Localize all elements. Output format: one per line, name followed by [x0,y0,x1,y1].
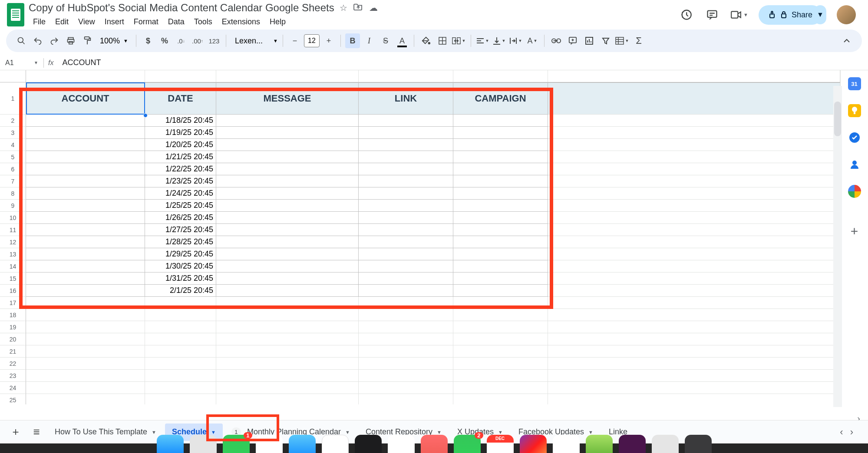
menu-tools[interactable]: Tools [190,16,217,28]
cell-date[interactable]: 1/26/25 20:45 [145,212,216,224]
cell[interactable] [216,115,359,127]
row-header[interactable]: 17 [0,297,26,309]
bold-button[interactable]: B [345,33,360,48]
sheets-logo[interactable] [7,3,24,26]
calendar-addon-icon[interactable]: 31 [848,77,861,90]
cell[interactable] [359,394,453,404]
cell-date[interactable]: 1/19/25 20:45 [145,127,216,139]
cell[interactable] [26,115,145,127]
cell[interactable] [26,236,145,248]
text-rotation-button[interactable]: A▼ [525,33,540,48]
dock-app-instagram[interactable] [520,435,547,453]
col-header-c[interactable]: C [216,70,359,82]
cell[interactable] [216,139,359,151]
cell-date[interactable]: 1/27/25 20:45 [145,224,216,236]
menu-help[interactable]: Help [265,16,290,28]
cell[interactable] [26,200,145,212]
cell[interactable] [216,236,359,248]
cell-date[interactable]: 1/31/25 20:45 [145,272,216,285]
keep-addon-icon[interactable] [848,104,861,117]
cell[interactable] [453,333,548,345]
insert-comment-button[interactable] [565,33,580,48]
row-header[interactable]: 24 [0,382,26,394]
dock-app-notes[interactable] [322,435,349,453]
dock-app-finder[interactable] [157,435,184,453]
cell[interactable] [453,127,548,139]
comments-icon[interactable] [704,7,720,23]
italic-button[interactable]: I [362,33,376,48]
tab-scroll-right[interactable]: › [850,427,853,438]
vertical-align-button[interactable]: ▼ [492,33,507,48]
row-header[interactable]: 22 [0,358,26,370]
cell[interactable] [26,127,145,139]
cell[interactable] [145,321,216,333]
row-header[interactable]: 25 [0,394,26,404]
dock-app-spotify[interactable] [586,435,613,453]
cell[interactable] [359,139,453,151]
dock-app-1password[interactable] [553,435,580,453]
row-header[interactable]: 5 [0,151,26,163]
redo-button[interactable] [47,33,62,48]
cell[interactable] [216,200,359,212]
cell[interactable] [26,345,145,358]
select-all-corner[interactable] [0,70,26,82]
cell-date[interactable]: 1/18/25 20:45 [145,115,216,127]
dock-app-safari[interactable] [289,435,316,453]
dock-app-settings[interactable] [190,435,217,453]
dock-app-calendar[interactable]: DEC [487,435,514,453]
table-view-button[interactable]: ▼ [615,33,630,48]
cell[interactable] [216,224,359,236]
cell[interactable] [359,333,453,345]
cell[interactable] [359,127,453,139]
share-dropdown[interactable]: ▼ [814,5,826,24]
cell-a1[interactable]: ACCOUNT [26,82,145,115]
row-header[interactable]: 4 [0,139,26,151]
increase-decimal-button[interactable]: .00↑ [190,33,205,48]
row-header[interactable]: 21 [0,345,26,358]
vertical-scrollbar[interactable] [833,86,842,407]
cell[interactable] [359,212,453,224]
cell[interactable] [453,236,548,248]
share-button[interactable]: Share [759,5,822,25]
cell-date[interactable]: 1/22/25 20:45 [145,163,216,175]
contacts-addon-icon[interactable] [848,158,861,171]
row-header[interactable]: 6 [0,163,26,175]
cell[interactable] [453,187,548,200]
col-header-rest[interactable] [548,70,840,82]
filter-button[interactable] [598,33,613,48]
row-header[interactable]: 16 [0,285,26,297]
cell[interactable] [216,321,359,333]
cell[interactable] [453,139,548,151]
row-header[interactable]: 9 [0,200,26,212]
cell[interactable] [145,370,216,382]
cell[interactable] [453,345,548,358]
cell[interactable] [216,151,359,163]
cell[interactable] [145,297,216,309]
cell[interactable] [26,309,145,321]
cell[interactable] [26,163,145,175]
cell[interactable] [216,272,359,285]
font-family-select[interactable]: Lexen...▼ [231,36,278,46]
cell[interactable] [216,212,359,224]
history-icon[interactable] [678,7,694,23]
undo-button[interactable] [30,33,45,48]
cell[interactable] [453,260,548,272]
cell[interactable] [26,260,145,272]
menu-format[interactable]: Format [129,16,163,28]
cell-date[interactable]: 1/20/25 20:45 [145,139,216,151]
cell[interactable] [26,212,145,224]
cell[interactable] [453,272,548,285]
cell[interactable] [359,370,453,382]
increase-font-button[interactable]: + [321,33,336,48]
maps-addon-icon[interactable] [848,185,861,198]
cell[interactable] [359,151,453,163]
menu-data[interactable]: Data [164,16,189,28]
row-header[interactable]: 11 [0,224,26,236]
currency-button[interactable]: $ [141,33,155,48]
cloud-icon[interactable]: ☁ [369,3,378,13]
cell[interactable] [26,175,145,187]
cell[interactable] [359,382,453,394]
cell[interactable] [216,394,359,404]
menu-insert[interactable]: Insert [100,16,129,28]
row-header[interactable]: 20 [0,333,26,345]
